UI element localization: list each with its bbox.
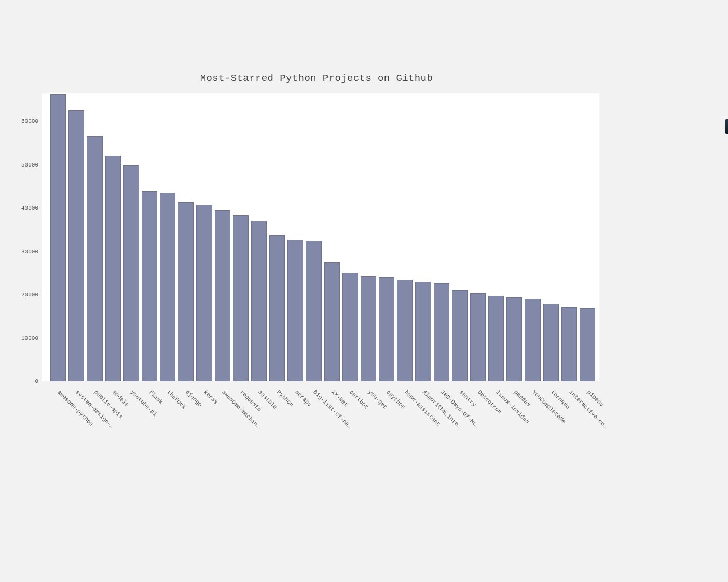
y-tick-label: 50000 xyxy=(21,162,38,168)
x-label-slot: Detectron xyxy=(470,389,486,482)
x-label-slot: pandas xyxy=(506,389,522,482)
x-label-slot: linux-insides xyxy=(488,389,504,482)
x-label-slot: cpython xyxy=(379,389,394,482)
bar[interactable] xyxy=(68,110,84,381)
y-tick-label: 30000 xyxy=(21,248,38,255)
y-tick-label: 20000 xyxy=(21,292,38,298)
bar[interactable] xyxy=(506,297,522,381)
bars-group xyxy=(42,93,599,381)
x-label-slot: keras xyxy=(196,389,212,482)
side-widget-tab[interactable] xyxy=(725,119,728,134)
x-label-slot: system-design-… xyxy=(68,389,84,482)
bar[interactable] xyxy=(142,191,157,381)
bar[interactable] xyxy=(215,210,230,381)
bar[interactable] xyxy=(470,293,486,381)
bar[interactable] xyxy=(361,276,376,381)
x-label-slot: youtube-dl xyxy=(123,389,139,482)
bar[interactable] xyxy=(306,241,321,381)
bar[interactable] xyxy=(379,277,394,381)
bar[interactable] xyxy=(50,94,66,381)
chart-container: 0100002000030000400005000060000 awesome-… xyxy=(16,67,602,456)
x-label-slot: awesome-machin… xyxy=(214,389,230,482)
bar[interactable] xyxy=(178,202,194,381)
bar[interactable] xyxy=(269,235,285,381)
bar[interactable] xyxy=(251,221,267,381)
bar[interactable] xyxy=(415,282,431,381)
bar[interactable] xyxy=(233,215,249,381)
bar[interactable] xyxy=(452,290,468,381)
x-label-slot: 100-Days-Of-ML… xyxy=(433,389,449,482)
x-label-slot: thefuck xyxy=(159,389,175,482)
x-label-slot: awesome-python xyxy=(50,389,65,482)
bar[interactable] xyxy=(397,280,413,381)
x-label-slot: interactive-co… xyxy=(561,389,577,482)
bar[interactable] xyxy=(525,299,540,381)
x-label-slot: XX-Net xyxy=(324,389,339,482)
bar[interactable] xyxy=(580,308,595,381)
y-axis: 0100002000030000400005000060000 xyxy=(16,93,42,381)
y-tick-label: 10000 xyxy=(21,335,38,341)
y-tick-label: 40000 xyxy=(21,205,38,211)
x-label-slot: flask xyxy=(141,389,157,482)
x-label-slot: django xyxy=(177,389,193,482)
bar[interactable] xyxy=(434,283,449,381)
x-label-slot: scrapy xyxy=(287,389,303,482)
x-label-slot: public-apis xyxy=(86,389,102,482)
x-label-slot: models xyxy=(105,389,120,482)
bar[interactable] xyxy=(543,304,559,381)
x-label-slot: ansible xyxy=(251,389,266,482)
x-label-slot: certbot xyxy=(342,389,358,482)
x-label-slot: YouCompleteMe xyxy=(525,389,540,482)
bar[interactable] xyxy=(87,136,102,381)
bar[interactable] xyxy=(324,262,340,381)
y-tick-label: 60000 xyxy=(21,118,38,124)
bar[interactable] xyxy=(561,307,577,381)
y-tick-label: 0 xyxy=(35,378,38,384)
plot-area xyxy=(42,93,599,381)
bar[interactable] xyxy=(488,296,504,381)
x-tick-label: pipenv xyxy=(586,389,605,408)
bar[interactable] xyxy=(123,165,139,381)
bar[interactable] xyxy=(160,193,175,381)
bar[interactable] xyxy=(196,205,212,381)
x-label-slot: tornado xyxy=(543,389,558,482)
x-label-slot: big-list-of-na… xyxy=(306,389,321,482)
x-label-slot: Algorithm_Inte… xyxy=(415,389,431,482)
bar[interactable] xyxy=(105,156,121,381)
x-label-slot: requests xyxy=(232,389,248,482)
bar[interactable] xyxy=(287,240,303,381)
x-label-slot: sentry xyxy=(451,389,467,482)
x-label-slot: home-assistant xyxy=(397,389,413,482)
x-label-slot: Python xyxy=(269,389,284,482)
bar[interactable] xyxy=(342,273,358,381)
x-axis-labels: awesome-pythonsystem-design-…public-apis… xyxy=(42,389,599,482)
x-label-slot: you-get xyxy=(360,389,376,482)
x-label-slot: pipenv xyxy=(580,389,595,482)
